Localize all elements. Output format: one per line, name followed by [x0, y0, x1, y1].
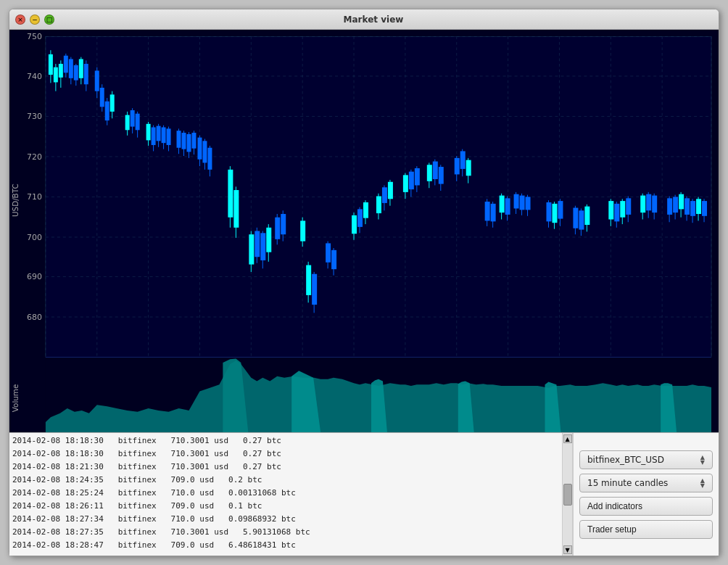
svg-rect-191	[684, 198, 690, 215]
svg-rect-79	[187, 134, 191, 152]
trade-price: 710.3001 usd	[171, 436, 228, 445]
main-window: × − □ Market view	[9, 9, 719, 556]
svg-rect-155	[520, 196, 525, 210]
svg-text:750: 750	[27, 32, 42, 41]
svg-rect-195	[696, 199, 701, 214]
trade-exchange: bitfinex	[118, 501, 157, 511]
list-item: 2014-02-08 18:21:30 bitfinex 710.3001 us…	[12, 461, 559, 474]
svg-rect-145	[485, 202, 490, 220]
svg-rect-197	[702, 201, 707, 216]
candle-interval-select[interactable]: 15 minute candles ▲▼	[579, 474, 713, 492]
svg-rect-187	[673, 197, 678, 213]
svg-rect-103	[281, 214, 286, 234]
svg-rect-87	[207, 148, 212, 170]
trader-setup-button[interactable]: Trader setup	[579, 520, 713, 539]
svg-rect-121	[376, 197, 381, 214]
svg-rect-105	[300, 220, 305, 241]
trade-log-scroll[interactable]: 2014-02-08 18:18:30 bitfinex 710.3001 us…	[12, 434, 559, 554]
svg-rect-65	[146, 124, 151, 141]
svg-rect-93	[249, 234, 254, 264]
minimize-button[interactable]: −	[30, 15, 40, 25]
svg-rect-119	[363, 202, 368, 218]
svg-rect-149	[500, 196, 505, 213]
svg-rect-157	[526, 197, 531, 210]
scroll-up-arrow[interactable]: ▲	[563, 434, 572, 443]
trade-price: 710.3001 usd	[171, 527, 228, 537]
svg-rect-175	[620, 201, 625, 218]
scrollbar[interactable]: ▲ ▼	[563, 433, 573, 556]
svg-rect-77	[182, 133, 186, 149]
candle-interval-label: 15 minute candles	[587, 478, 668, 488]
svg-rect-45	[74, 65, 78, 81]
svg-rect-129	[409, 172, 414, 189]
svg-rect-153	[514, 194, 519, 209]
svg-rect-137	[439, 167, 444, 184]
trade-time: 2014-02-08 18:18:30	[12, 449, 104, 458]
svg-text:730: 730	[27, 112, 42, 122]
svg-rect-107	[306, 265, 311, 295]
trade-price: 710.3001 usd	[171, 449, 228, 458]
trade-time: 2014-02-08 18:28:47	[12, 540, 104, 550]
svg-rect-59	[125, 115, 130, 131]
svg-rect-135	[433, 162, 438, 179]
trade-time: 2014-02-08 18:27:35	[12, 527, 104, 537]
svg-rect-43	[69, 59, 73, 78]
svg-rect-53	[100, 88, 104, 107]
svg-rect-163	[558, 201, 563, 218]
svg-rect-189	[679, 194, 684, 210]
trade-time: 2014-02-08 18:27:34	[12, 514, 104, 524]
trade-amount: 0.1 btc	[228, 501, 262, 511]
maximize-button[interactable]: □	[44, 15, 54, 25]
svg-rect-75	[177, 131, 181, 148]
svg-rect-55	[105, 102, 109, 120]
trade-time: 2014-02-08 18:26:11	[12, 501, 104, 511]
svg-rect-39	[59, 64, 63, 78]
svg-rect-173	[614, 204, 619, 221]
trade-exchange: bitfinex	[118, 449, 157, 458]
add-indicators-label: Add indicators	[587, 501, 642, 511]
svg-rect-109	[312, 274, 317, 305]
svg-rect-111	[326, 243, 331, 262]
chart-area: 750 740 730 720 710 700 690 680 USD/BTC	[9, 30, 719, 432]
svg-rect-95	[255, 231, 260, 257]
trade-exchange: bitfinex	[118, 514, 157, 524]
trade-price: 709.0 usd	[171, 540, 215, 550]
exchange-pair-select[interactable]: bitfinex_BTC_USD ▲▼	[579, 450, 713, 469]
svg-rect-159	[546, 202, 551, 221]
svg-rect-181	[646, 194, 651, 211]
trade-exchange: bitfinex	[118, 462, 157, 471]
svg-rect-89	[228, 170, 233, 218]
svg-rect-133	[427, 165, 432, 181]
spinner-icon: ▲▼	[700, 455, 705, 465]
svg-rect-123	[382, 187, 387, 203]
svg-rect-71	[162, 128, 166, 144]
trade-price: 709.0 usd	[171, 501, 215, 511]
svg-text:700: 700	[27, 233, 42, 242]
trade-amount: 0.27 btc	[243, 449, 281, 458]
svg-rect-179	[640, 196, 645, 213]
trade-exchange: bitfinex	[118, 475, 157, 484]
list-item: 2014-02-08 18:25:24 bitfinex 710.0 usd 0…	[12, 487, 559, 500]
list-item: 2014-02-08 18:18:30 bitfinex 710.3001 us…	[12, 448, 559, 461]
close-button[interactable]: ×	[15, 15, 25, 25]
add-indicators-button[interactable]: Add indicators	[579, 497, 713, 516]
svg-rect-67	[152, 128, 156, 145]
spinner-icon: ▲▼	[700, 478, 705, 488]
trade-amount: 0.27 btc	[243, 462, 281, 471]
list-item: 2014-02-08 18:26:11 bitfinex 709.0 usd 0…	[12, 500, 559, 513]
svg-rect-81	[191, 133, 196, 149]
trade-amount: 6.48618431 btc	[228, 540, 296, 550]
svg-text:690: 690	[27, 273, 42, 282]
trade-exchange: bitfinex	[118, 436, 157, 445]
svg-rect-125	[388, 182, 393, 199]
svg-rect-141	[460, 151, 466, 168]
svg-rect-193	[690, 201, 695, 216]
trade-time: 2014-02-08 18:21:30	[12, 462, 104, 471]
scroll-thumb[interactable]	[563, 484, 572, 506]
svg-rect-177	[626, 198, 631, 215]
trade-price: 710.0 usd	[171, 488, 215, 498]
window-title: Market view	[59, 15, 688, 25]
scroll-down-arrow[interactable]: ▼	[563, 545, 572, 554]
maximize-icon: □	[46, 16, 53, 23]
trade-exchange: bitfinex	[118, 540, 157, 550]
